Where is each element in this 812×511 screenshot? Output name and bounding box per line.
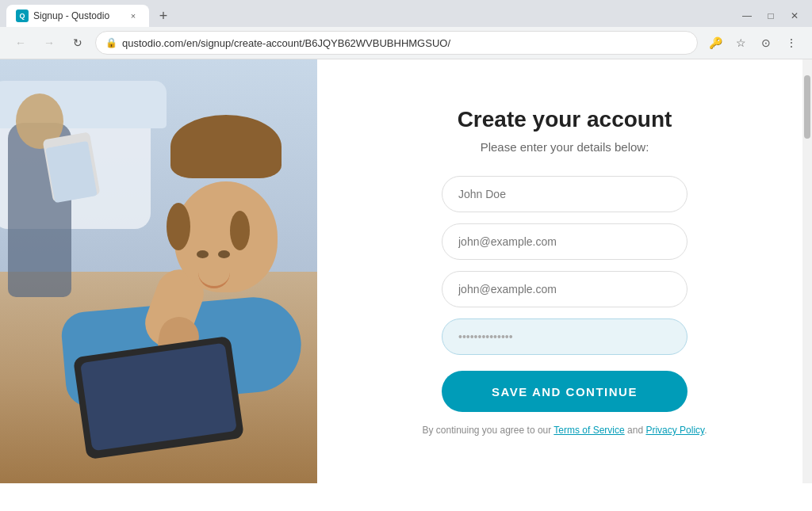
minimize-button[interactable]: — xyxy=(736,5,758,27)
confirm-email-input[interactable] xyxy=(442,271,688,307)
back-button[interactable]: ← xyxy=(10,32,32,54)
menu-button[interactable]: ⋮ xyxy=(780,32,802,54)
lock-icon: 🔒 xyxy=(105,37,117,48)
tab-close-button[interactable]: × xyxy=(127,10,140,22)
forward-button[interactable]: → xyxy=(38,32,60,54)
terms-middle: and xyxy=(625,425,646,436)
form-fields: SAVE AND CONTINUE xyxy=(442,176,688,412)
bookmark-button[interactable]: ☆ xyxy=(730,32,752,54)
browser-chrome: Q Signup - Qustodio × + — □ ✕ ← → ↻ 🔒 qu… xyxy=(0,0,812,59)
password-input[interactable] xyxy=(442,318,688,355)
privacy-policy-link[interactable]: Privacy Policy xyxy=(645,425,704,436)
terms-after: . xyxy=(704,425,707,436)
restore-button[interactable]: □ xyxy=(760,5,782,27)
url-text: qustodio.com/en/signup/create-account/B6… xyxy=(122,37,450,49)
scrollbar-thumb[interactable] xyxy=(804,75,810,139)
terms-before: By continuing you agree to our xyxy=(422,425,553,436)
email-input[interactable] xyxy=(442,223,688,260)
profile-button[interactable]: ⊙ xyxy=(755,32,777,54)
close-window-button[interactable]: ✕ xyxy=(783,5,806,27)
new-tab-button[interactable]: + xyxy=(152,5,174,27)
tab-favicon: Q xyxy=(16,10,29,22)
name-input[interactable] xyxy=(442,176,688,212)
form-panel: Create your account Please enter your de… xyxy=(317,59,812,483)
tab-bar: Q Signup - Qustodio × + — □ ✕ xyxy=(0,0,812,27)
reload-button[interactable]: ↻ xyxy=(67,32,89,54)
page-title: Create your account xyxy=(458,107,672,132)
scrollbar[interactable] xyxy=(802,59,812,483)
hero-image-panel xyxy=(0,59,317,483)
url-bar[interactable]: 🔒 qustodio.com/en/signup/create-account/… xyxy=(95,31,698,55)
address-bar: ← → ↻ 🔒 qustodio.com/en/signup/create-ac… xyxy=(0,27,812,59)
terms-of-service-link[interactable]: Terms of Service xyxy=(553,425,624,436)
key-icon-button[interactable]: 🔑 xyxy=(704,32,726,54)
toolbar-actions: 🔑 ☆ ⊙ ⋮ xyxy=(704,32,802,54)
save-continue-button[interactable]: SAVE AND CONTINUE xyxy=(442,371,688,412)
tab-title-text: Signup - Qustodio xyxy=(33,10,122,21)
terms-text: By continuing you agree to our Terms of … xyxy=(422,425,707,436)
active-tab[interactable]: Q Signup - Qustodio × xyxy=(6,5,149,27)
page-subtitle: Please enter your details below: xyxy=(481,140,649,154)
page-wrapper: Create your account Please enter your de… xyxy=(0,59,812,483)
